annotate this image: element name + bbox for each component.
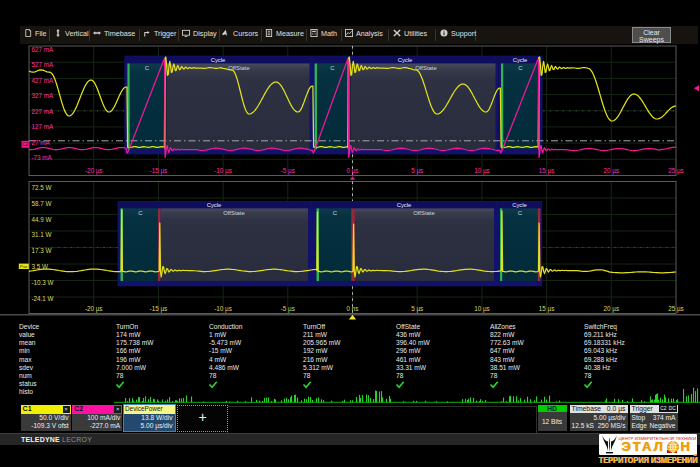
- svg-text:-5 µs: -5 µs: [281, 167, 295, 175]
- svg-text:OffState: OffState: [413, 210, 435, 216]
- svg-text:Cycle: Cycle: [398, 57, 413, 63]
- svg-text:Cycle: Cycle: [211, 57, 226, 63]
- svg-text:20 µs: 20 µs: [604, 167, 620, 175]
- svg-text:15 µs: 15 µs: [539, 305, 555, 313]
- svg-text:C: C: [518, 65, 523, 71]
- svg-text:-24.1 W: -24.1 W: [32, 295, 54, 302]
- svg-text:5 µs: 5 µs: [411, 167, 423, 175]
- svg-text:127 mA: 127 mA: [32, 123, 55, 130]
- svg-text:OffState: OffState: [223, 210, 245, 216]
- svg-text:27 mA: 27 mA: [32, 139, 51, 146]
- svg-text:C: C: [518, 210, 523, 216]
- svg-text:-10 µs: -10 µs: [214, 167, 232, 175]
- svg-text:31.1 W: 31.1 W: [32, 231, 52, 238]
- svg-text:527 mA: 527 mA: [32, 61, 55, 68]
- svg-text:44.9 W: 44.9 W: [32, 216, 52, 223]
- svg-text:-15 µs: -15 µs: [150, 305, 168, 313]
- svg-text:C: C: [138, 210, 143, 216]
- svg-text:Cycle: Cycle: [397, 202, 412, 208]
- svg-text:Cycle: Cycle: [513, 57, 528, 63]
- svg-text:C2: C2: [22, 141, 29, 147]
- svg-text:10 µs: 10 µs: [474, 167, 490, 175]
- svg-text:Cycle: Cycle: [207, 202, 222, 208]
- svg-text:-10.3 W: -10.3 W: [32, 279, 54, 286]
- svg-text:C: C: [330, 65, 335, 71]
- svg-text:0 ns: 0 ns: [347, 305, 359, 312]
- svg-text:OffState: OffState: [415, 65, 437, 71]
- svg-text:10 µs: 10 µs: [474, 305, 490, 313]
- svg-text:-5 µs: -5 µs: [281, 305, 295, 313]
- svg-text:C: C: [333, 210, 338, 216]
- svg-text:15 µs: 15 µs: [539, 167, 555, 175]
- svg-text:17.3 W: 17.3 W: [32, 247, 52, 254]
- svg-text:-20 µs: -20 µs: [85, 167, 103, 175]
- svg-text:5 µs: 5 µs: [411, 305, 423, 313]
- svg-text:20 µs: 20 µs: [604, 305, 620, 313]
- svg-text:Pwr: Pwr: [20, 264, 28, 269]
- svg-text:25 µs: 25 µs: [668, 305, 684, 313]
- svg-text:-10 µs: -10 µs: [214, 305, 232, 313]
- svg-text:327 mA: 327 mA: [32, 92, 55, 99]
- svg-text:627 mA: 627 mA: [32, 46, 55, 53]
- svg-text:Cycle: Cycle: [512, 202, 527, 208]
- svg-text:-20 µs: -20 µs: [85, 305, 103, 313]
- svg-text:C: C: [145, 65, 150, 71]
- svg-text:3.5 W: 3.5 W: [32, 263, 49, 270]
- svg-text:58.7 W: 58.7 W: [32, 200, 52, 207]
- svg-text:0 µs: 0 µs: [346, 167, 358, 175]
- svg-text:-15 µs: -15 µs: [150, 167, 168, 175]
- svg-text:25 µs: 25 µs: [668, 167, 684, 175]
- svg-text:227 mA: 227 mA: [32, 108, 55, 115]
- svg-text:427 mA: 427 mA: [32, 77, 55, 84]
- svg-text:72.5 W: 72.5 W: [32, 184, 52, 191]
- svg-text:-73 mA: -73 mA: [32, 154, 53, 161]
